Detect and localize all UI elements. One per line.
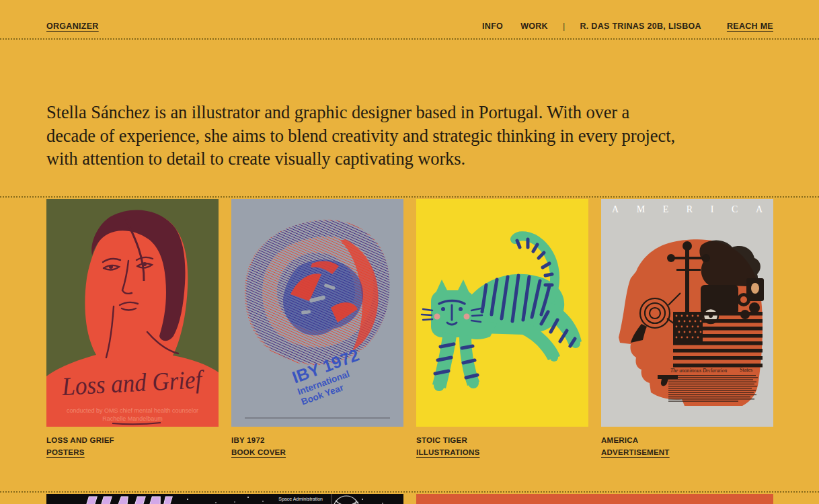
project-thumbnail-orange[interactable] bbox=[416, 494, 773, 504]
project-grid: Loss and Grief conducted by OMS chief me… bbox=[46, 199, 773, 458]
logo-link[interactable]: ORGANIZER bbox=[46, 22, 99, 31]
project-title: LOSS AND GRIEF bbox=[46, 435, 219, 446]
nav-item-work[interactable]: WORK bbox=[520, 22, 548, 31]
project-card-loss-and-grief: Loss and Grief conducted by OMS chief me… bbox=[46, 199, 219, 458]
nav-separator: | bbox=[563, 22, 566, 31]
project-thumbnail-iby-1972[interactable]: IBY 1972 International Book Year bbox=[231, 199, 403, 427]
america-poster-art: AMERICA bbox=[601, 199, 773, 427]
declaration-title: The unanimous Declaration bbox=[670, 368, 727, 374]
project-category-link[interactable]: POSTERS bbox=[46, 448, 85, 458]
headline-letterforms bbox=[77, 497, 173, 504]
project-category-link[interactable]: BOOK COVER bbox=[231, 448, 286, 458]
project-card-america: AMERICA bbox=[601, 199, 773, 458]
project-thumbnail-space[interactable]: Space Administration bbox=[46, 494, 403, 504]
project-thumbnail-stoic-tiger[interactable] bbox=[416, 199, 588, 427]
intro-line-1: Stella Sánchez is an illustrator and gra… bbox=[46, 101, 792, 124]
address-text: R. DAS TRINAS 20B, LISBOA bbox=[580, 22, 701, 31]
project-card-stoic-tiger: STOIC TIGER ILLUSTRATIONS bbox=[416, 199, 588, 458]
intro-line-3: with attention to detail to create visua… bbox=[46, 147, 792, 171]
project-card-iby-1972: IBY 1972 International Book Year IBY 197… bbox=[231, 199, 403, 458]
space-poster-art: Space Administration bbox=[46, 494, 403, 504]
declaration-states: States bbox=[740, 367, 752, 373]
loss-and-grief-poster-art: Loss and Grief conducted by OMS chief me… bbox=[46, 199, 219, 427]
project-category-link[interactable]: ADVERTISEMENT bbox=[601, 448, 670, 458]
project-category-link[interactable]: ILLUSTRATIONS bbox=[416, 448, 479, 458]
poster-credit-line-1: conducted by OMS chief mental health cou… bbox=[67, 407, 198, 414]
dotted-divider-bottom bbox=[0, 491, 819, 493]
site-header: ORGANIZER INFO WORK | R. DAS TRINAS 20B,… bbox=[0, 0, 819, 38]
iby-1972-poster-art: IBY 1972 International Book Year bbox=[231, 199, 403, 427]
space-administration-caption: Space Administration bbox=[278, 497, 323, 502]
nav-item-info[interactable]: INFO bbox=[482, 22, 503, 31]
project-title: IBY 1972 bbox=[231, 435, 403, 446]
poster-credit-line-2: Rachelle Mandelbaum bbox=[102, 415, 163, 422]
dotted-divider-top bbox=[0, 38, 819, 40]
intro-line-2: decade of experience, she aims to blend … bbox=[46, 124, 792, 148]
dotted-divider-grid bbox=[0, 196, 819, 198]
project-thumbnail-america[interactable]: AMERICA bbox=[601, 199, 773, 427]
project-title: AMERICA bbox=[601, 435, 773, 446]
reach-me-link[interactable]: REACH ME bbox=[727, 22, 773, 31]
stoic-tiger-poster-art bbox=[416, 199, 588, 427]
project-grid-row-2: Space Administration bbox=[46, 494, 773, 504]
project-title: STOIC TIGER bbox=[416, 435, 588, 446]
project-thumbnail-loss-and-grief[interactable]: Loss and Grief conducted by OMS chief me… bbox=[46, 199, 219, 427]
header-nav: INFO WORK | R. DAS TRINAS 20B, LISBOA RE… bbox=[465, 22, 773, 31]
intro-paragraph: Stella Sánchez is an illustrator and gra… bbox=[46, 101, 792, 171]
